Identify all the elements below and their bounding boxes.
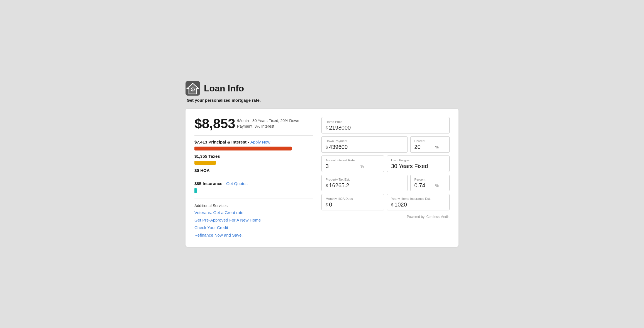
taxes-amount: $1,355	[194, 154, 207, 159]
insurance-bar-container	[194, 188, 313, 194]
down-payment-percent-input[interactable]	[414, 144, 433, 150]
down-payment-label: Down Payment	[326, 139, 403, 143]
powered-by: Powered by: Cordless Media	[321, 215, 450, 219]
interest-loan-row: Annual Interest Rate % Loan Program 30 Y…	[321, 156, 450, 172]
property-tax-currency: $	[326, 183, 328, 188]
insurance-label: Insurance	[203, 181, 222, 186]
down-payment-row: Down Payment $ Percent %	[321, 136, 450, 153]
page-subtitle: Get your personalized mortgage rate.	[187, 98, 458, 103]
page-title: Loan Info	[204, 83, 244, 94]
loan-info-card: $8,853 /Month - 30 Years Fixed, 20% Down…	[186, 109, 458, 247]
hoa-field: Monthly HOA Dues $	[321, 194, 384, 210]
hoa-insurance-row: Monthly HOA Dues $ Yearly Home Insurance…	[321, 194, 450, 210]
svg-text:$: $	[192, 89, 194, 91]
taxes-bar-container	[194, 161, 313, 165]
taxes-label: Taxes	[208, 154, 220, 159]
hoa-currency: $	[326, 202, 328, 207]
hoa-amount: $0	[194, 168, 199, 173]
down-payment-currency: $	[326, 145, 328, 149]
property-tax-percent-suffix: %	[435, 183, 438, 188]
right-column: Home Price $ Down Payment $	[321, 117, 450, 240]
property-tax-row: Property Tax Est. $ Percent %	[321, 175, 450, 191]
loan-program-label: Loan Program	[391, 159, 445, 162]
down-payment-percent-suffix: %	[435, 145, 438, 149]
hoa-dues-label: Monthly HOA Dues	[326, 197, 380, 200]
property-tax-percent-field: Percent %	[410, 175, 450, 191]
down-payment-percent-field: Percent %	[410, 136, 450, 153]
taxes-row: $1,355 Taxes	[194, 154, 313, 159]
loan-program-value: 30 Years Fixed	[391, 163, 428, 169]
taxes-bar	[194, 161, 216, 165]
apply-now-link[interactable]: Apply Now	[250, 140, 270, 144]
hoa-label: HOA	[200, 168, 209, 173]
down-payment-percent-label: Percent	[414, 139, 445, 143]
home-price-input[interactable]	[329, 125, 445, 131]
loan-form: Home Price $ Down Payment $	[321, 117, 450, 210]
principal-row: $7,413 Principal & Interest - Apply Now	[194, 140, 313, 145]
property-tax-field: Property Tax Est. $	[321, 175, 408, 191]
check-credit-link[interactable]: Check Your Credit	[194, 225, 313, 230]
monthly-payment-row: $8,853 /Month - 30 Years Fixed, 20% Down…	[194, 117, 313, 130]
property-tax-label: Property Tax Est.	[326, 178, 403, 181]
monthly-description: /Month - 30 Years Fixed, 20% Down Paymen…	[237, 118, 313, 129]
left-column: $8,853 /Month - 30 Years Fixed, 20% Down…	[194, 117, 313, 240]
home-price-label: Home Price	[326, 120, 445, 123]
insurance-est-input[interactable]	[394, 201, 445, 208]
property-tax-input[interactable]	[329, 182, 403, 189]
down-payment-input[interactable]	[329, 144, 403, 150]
get-quotes-link[interactable]: Get Quotes	[226, 181, 248, 186]
principal-bar-container	[194, 147, 313, 150]
principal-bar	[194, 147, 292, 150]
hoa-row: $0 HOA	[194, 168, 313, 173]
refinance-link[interactable]: Refinance Now and Save.	[194, 233, 313, 237]
home-price-currency: $	[326, 125, 328, 130]
insurance-est-field: Yearly Home Insurance Est. $	[387, 194, 450, 210]
home-price-field: Home Price $	[321, 117, 450, 133]
interest-rate-suffix: %	[360, 164, 364, 169]
loan-program-field: Loan Program 30 Years Fixed	[387, 156, 450, 172]
interest-rate-label: Annual Interest Rate	[326, 159, 380, 162]
insurance-est-label: Yearly Home Insurance Est.	[391, 197, 445, 200]
insurance-bar	[194, 188, 197, 193]
property-tax-percent-label: Percent	[414, 178, 445, 181]
divider-2	[194, 177, 313, 177]
house-icon: $	[186, 81, 200, 96]
insurance-row: $85 Insurance - Get Quotes	[194, 181, 313, 186]
principal-amount: $7,413	[194, 140, 207, 144]
down-payment-field: Down Payment $	[321, 136, 408, 153]
interest-rate-field: Annual Interest Rate %	[321, 156, 384, 172]
insurance-amount: $85	[194, 181, 201, 186]
divider-1	[194, 135, 313, 136]
insurance-est-currency: $	[391, 202, 393, 207]
interest-rate-input[interactable]	[326, 163, 358, 169]
hoa-input[interactable]	[329, 201, 380, 208]
divider-3	[194, 198, 313, 198]
pre-approved-link[interactable]: Get Pre-Approved For A New Home	[194, 218, 313, 222]
property-tax-percent-input[interactable]	[414, 182, 433, 189]
principal-label: Principal & Interest	[208, 140, 247, 144]
monthly-amount: $8,853	[194, 117, 235, 130]
veterans-link[interactable]: Veterans: Get a Great rate	[194, 210, 313, 215]
additional-services-header: Additional Services	[194, 203, 313, 208]
